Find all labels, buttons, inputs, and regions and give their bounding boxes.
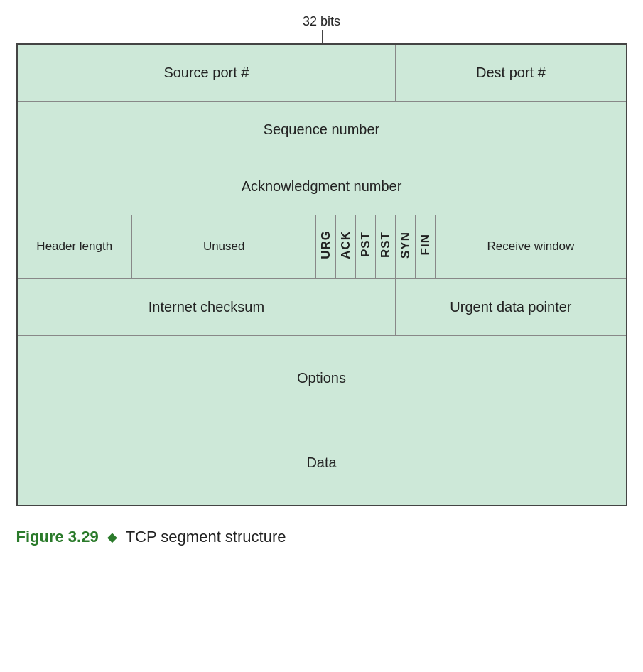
flag-syn: SYN [399, 232, 413, 259]
diamond-icon: ◆ [107, 529, 117, 545]
flag-fin-cell: FIN [416, 215, 436, 278]
data-cell: Data [17, 421, 627, 506]
flag-urg: URG [319, 230, 333, 259]
row-source-dest: Source port # Dest port # [17, 44, 627, 101]
flag-ack: ACK [339, 231, 353, 259]
receive-window-cell: Receive window [436, 215, 627, 278]
flag-urg-cell: URG [316, 215, 336, 278]
acknowledgment-cell: Acknowledgment number [17, 158, 627, 215]
row-data: Data [17, 421, 627, 506]
bits-label: 32 bits [303, 14, 340, 29]
bits-label-row: 32 bits [16, 14, 627, 43]
flag-ack-cell: ACK [336, 215, 356, 278]
row-acknowledgment: Acknowledgment number [17, 158, 627, 215]
options-cell: Options [17, 335, 627, 421]
figure-caption: Figure 3.29 ◆ TCP segment structure [16, 528, 627, 546]
urgent-data-pointer-cell: Urgent data pointer [396, 278, 627, 335]
row-checksum: Internet checksum Urgent data pointer [17, 278, 627, 335]
diagram-container: 32 bits Source port # Dest port # Sequen… [16, 14, 627, 546]
flag-rst: RST [379, 232, 393, 258]
flag-pst-cell: PST [356, 215, 376, 278]
figure-label: Figure 3.29 [16, 528, 99, 546]
flag-pst: PST [359, 232, 373, 257]
source-port-cell: Source port # [17, 44, 396, 101]
figure-title: TCP segment structure [126, 528, 286, 546]
row-flags: Header length Unused URG ACK PST RST SYN… [17, 215, 627, 278]
flag-syn-cell: SYN [396, 215, 416, 278]
bits-tick [322, 30, 323, 43]
tcp-table: Source port # Dest port # Sequence numbe… [16, 43, 627, 506]
sequence-number-cell: Sequence number [17, 101, 627, 158]
dest-port-cell: Dest port # [396, 44, 627, 101]
flag-rst-cell: RST [376, 215, 396, 278]
internet-checksum-cell: Internet checksum [17, 278, 396, 335]
unused-cell: Unused [132, 215, 316, 278]
row-sequence: Sequence number [17, 101, 627, 158]
header-length-cell: Header length [17, 215, 132, 278]
row-options: Options [17, 335, 627, 421]
flag-fin: FIN [418, 234, 433, 255]
